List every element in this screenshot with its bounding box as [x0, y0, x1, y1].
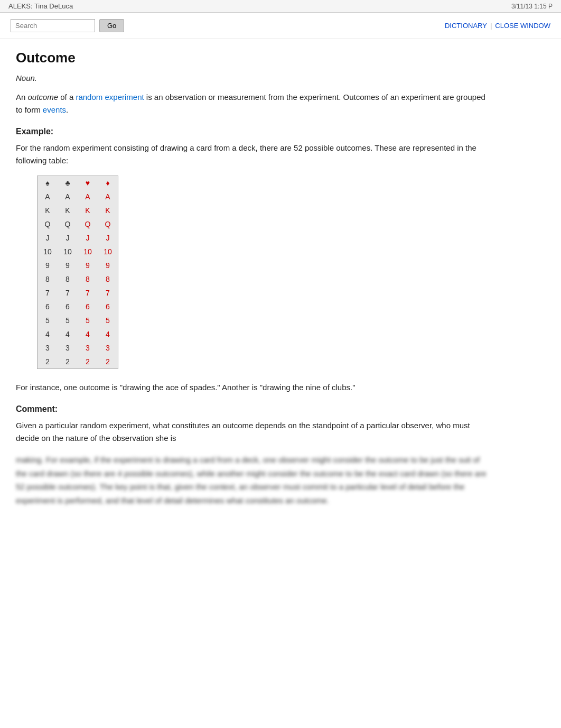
example-heading: Example: — [16, 127, 491, 136]
card-table-cell: A — [38, 190, 58, 204]
card-table-cell: 8 — [38, 272, 58, 286]
card-table: ♠♣♥♦AAAAKKKKQQQQJJJJ10101010999988887777… — [38, 176, 118, 368]
card-table-cell: 6 — [78, 300, 98, 314]
card-table-cell: K — [58, 204, 78, 217]
card-table-cell: Q — [58, 217, 78, 231]
card-table-cell: 8 — [58, 272, 78, 286]
card-table-cell: J — [38, 231, 58, 245]
card-table-body: ♠♣♥♦AAAAKKKKQQQQJJJJ10101010999988887777… — [38, 176, 118, 368]
card-table-cell: K — [38, 204, 58, 217]
top-bar-user: ALEKS: Tina DeLuca — [8, 2, 73, 10]
card-table-cell: 4 — [78, 327, 98, 341]
card-table-cell: 3 — [78, 341, 98, 355]
toolbar: Go DICTIONARY | CLOSE WINDOW — [0, 13, 561, 39]
card-table-cell: 9 — [38, 259, 58, 272]
card-table-cell: 2 — [58, 355, 78, 368]
card-table-cell: 9 — [78, 259, 98, 272]
card-table-row: 6666 — [38, 300, 118, 314]
user-label: ALEKS: Tina DeLuca — [8, 2, 73, 10]
card-table-row: QQQQ — [38, 217, 118, 231]
card-table-cell: 10 — [58, 245, 78, 259]
card-table-cell: 10 — [98, 245, 118, 259]
card-table-row: JJJJ — [38, 231, 118, 245]
card-table-cell: 9 — [98, 259, 118, 272]
suit-header-cell: ♥ — [78, 176, 98, 190]
card-table-cell: Q — [78, 217, 98, 231]
card-table-cell: K — [78, 204, 98, 217]
card-table-cell: 10 — [38, 245, 58, 259]
card-table-cell: 4 — [98, 327, 118, 341]
card-table-cell: 2 — [98, 355, 118, 368]
def-italic-word: outcome — [28, 93, 59, 102]
search-input[interactable] — [11, 19, 95, 32]
card-table-cell: 8 — [98, 272, 118, 286]
card-table-row: 3333 — [38, 341, 118, 355]
card-table-cell: 2 — [78, 355, 98, 368]
card-table-cell: A — [78, 190, 98, 204]
def-period: . — [66, 105, 68, 114]
card-table-row: 5555 — [38, 314, 118, 327]
card-table-cell: 4 — [38, 327, 58, 341]
comment-heading: Comment: — [16, 404, 491, 414]
card-table-cell: 7 — [58, 286, 78, 300]
card-table-cell: 7 — [78, 286, 98, 300]
top-bar: ALEKS: Tina DeLuca 3/11/13 1:15 P — [0, 0, 561, 13]
card-table-cell: 7 — [38, 286, 58, 300]
card-table-cell: 6 — [98, 300, 118, 314]
card-table-cell: 3 — [38, 341, 58, 355]
def-middle: of a — [58, 93, 76, 102]
definition-paragraph: An outcome of a random experiment is an … — [16, 91, 491, 116]
card-table-cell: J — [98, 231, 118, 245]
example-paragraph: For the random experiment consisting of … — [16, 142, 491, 167]
card-table-cell: 4 — [58, 327, 78, 341]
suit-header-cell: ♣ — [58, 176, 78, 190]
random-experiment-link[interactable]: random experiment — [76, 93, 144, 102]
card-table-cell: K — [98, 204, 118, 217]
noun-label: Noun. — [16, 73, 491, 82]
card-table-cell: J — [78, 231, 98, 245]
suit-header-cell: ♦ — [98, 176, 118, 190]
card-table-row: 10101010 — [38, 245, 118, 259]
card-table-cell: A — [58, 190, 78, 204]
card-table-cell: J — [58, 231, 78, 245]
dictionary-link[interactable]: DICTIONARY — [445, 22, 487, 30]
top-bar-datetime: 3/11/13 1:15 P — [511, 3, 553, 10]
card-table-row: 4444 — [38, 327, 118, 341]
datetime-label: 3/11/13 1:15 P — [511, 3, 553, 10]
card-table-cell: 10 — [78, 245, 98, 259]
card-table-cell: 5 — [78, 314, 98, 327]
card-table-cell: 3 — [58, 341, 78, 355]
card-table-cell: 8 — [78, 272, 98, 286]
card-table-cell: 2 — [38, 355, 58, 368]
comment-paragraph: Given a particular random experiment, wh… — [16, 419, 491, 445]
content: Outcome Noun. An outcome of a random exp… — [0, 39, 507, 528]
page-title: Outcome — [16, 50, 491, 66]
card-table-row: 8888 — [38, 272, 118, 286]
card-table-cell: 5 — [58, 314, 78, 327]
card-table-cell: Q — [98, 217, 118, 231]
card-table-cell: 9 — [58, 259, 78, 272]
card-table-cell: 7 — [98, 286, 118, 300]
def-before: An — [16, 93, 28, 102]
go-button[interactable]: Go — [99, 19, 124, 32]
card-table-row: 9999 — [38, 259, 118, 272]
card-table-cell: 5 — [38, 314, 58, 327]
card-table-wrapper: ♠♣♥♦AAAAKKKKQQQQJJJJ10101010999988887777… — [37, 176, 118, 369]
events-link[interactable]: events — [43, 105, 66, 114]
card-table-cell: 5 — [98, 314, 118, 327]
card-table-row: KKKK — [38, 204, 118, 217]
card-table-row: AAAA — [38, 190, 118, 204]
toolbar-right: DICTIONARY | CLOSE WINDOW — [445, 22, 550, 30]
card-table-row: 2222 — [38, 355, 118, 368]
toolbar-left: Go — [11, 19, 124, 32]
card-table-cell: 6 — [38, 300, 58, 314]
card-table-row: 7777 — [38, 286, 118, 300]
toolbar-separator: | — [490, 22, 492, 30]
instance-paragraph: For instance, one outcome is "drawing th… — [16, 381, 491, 394]
card-table-cell: A — [98, 190, 118, 204]
card-table-cell: 6 — [58, 300, 78, 314]
card-table-cell: 3 — [98, 341, 118, 355]
suit-header-cell: ♠ — [38, 176, 58, 190]
close-window-link[interactable]: CLOSE WINDOW — [495, 22, 550, 30]
card-table-header-row: ♠♣♥♦ — [38, 176, 118, 190]
